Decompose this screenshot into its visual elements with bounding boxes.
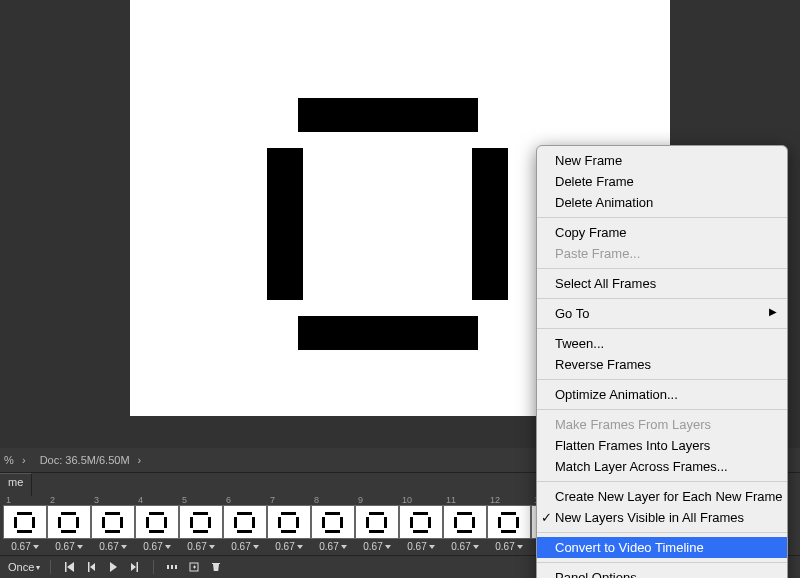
new-frame-button[interactable] [186, 559, 202, 575]
frame-thumb[interactable]: 50.67 [180, 495, 222, 552]
frame-number: 3 [92, 495, 99, 505]
svg-rect-1 [171, 565, 173, 569]
frame-duration[interactable]: 0.67 [55, 541, 82, 552]
frame-duration[interactable]: 0.67 [495, 541, 522, 552]
frame-duration[interactable]: 0.67 [99, 541, 126, 552]
frame-thumbnail [91, 505, 135, 539]
frame-number: 5 [180, 495, 187, 505]
menu-separator [537, 268, 787, 269]
frame-thumb[interactable]: 120.67 [488, 495, 530, 552]
menu-item-delete-animation[interactable]: Delete Animation [537, 192, 787, 213]
frame-number: 4 [136, 495, 143, 505]
frame-thumbnail [3, 505, 47, 539]
menu-separator [537, 379, 787, 380]
frame-thumbnail [399, 505, 443, 539]
frame-thumb[interactable]: 40.67 [136, 495, 178, 552]
frame-thumb[interactable]: 60.67 [224, 495, 266, 552]
menu-separator [537, 298, 787, 299]
frame-number: 11 [444, 495, 456, 505]
svg-rect-2 [175, 565, 177, 569]
frame-thumb[interactable]: 20.67 [48, 495, 90, 552]
frame-duration[interactable]: 0.67 [11, 541, 38, 552]
shape-top [298, 98, 478, 132]
menu-item-new-layers-visible-in-all-frames[interactable]: New Layers Visible in All Frames [537, 507, 787, 528]
frame-thumbnail [47, 505, 91, 539]
frame-thumb[interactable]: 70.67 [268, 495, 310, 552]
frame-duration[interactable]: 0.67 [187, 541, 214, 552]
frame-thumbnail [267, 505, 311, 539]
menu-separator [537, 217, 787, 218]
separator [50, 560, 51, 574]
chevron-right-icon[interactable]: › [14, 454, 34, 466]
separator [153, 560, 154, 574]
frame-thumb[interactable]: 100.67 [400, 495, 442, 552]
menu-item-copy-frame[interactable]: Copy Frame [537, 222, 787, 243]
frame-duration[interactable]: 0.67 [319, 541, 346, 552]
menu-item-reverse-frames[interactable]: Reverse Frames [537, 354, 787, 375]
shape-right [472, 148, 508, 300]
frame-thumb[interactable]: 110.67 [444, 495, 486, 552]
frame-duration[interactable]: 0.67 [143, 541, 170, 552]
menu-separator [537, 409, 787, 410]
menu-item-convert-to-video-timeline[interactable]: Convert to Video Timeline [537, 537, 787, 558]
menu-separator [537, 481, 787, 482]
frame-duration[interactable]: 0.67 [407, 541, 434, 552]
next-frame-button[interactable] [127, 559, 143, 575]
first-frame-button[interactable] [61, 559, 77, 575]
frame-number: 1 [4, 495, 11, 505]
tween-button[interactable] [164, 559, 180, 575]
menu-separator [537, 532, 787, 533]
menu-item-tween[interactable]: Tween... [537, 333, 787, 354]
frame-number: 10 [400, 495, 412, 505]
frame-thumbnail [443, 505, 487, 539]
frame-number: 9 [356, 495, 363, 505]
frame-duration[interactable]: 0.67 [231, 541, 258, 552]
frame-thumbnail [487, 505, 531, 539]
menu-item-match-layer-across-frames[interactable]: Match Layer Across Frames... [537, 456, 787, 477]
chevron-right-icon[interactable]: › [130, 454, 150, 466]
menu-item-make-frames-from-layers: Make Frames From Layers [537, 414, 787, 435]
chevron-down-icon: ▾ [36, 563, 40, 572]
prev-frame-button[interactable] [83, 559, 99, 575]
frame-thumb[interactable]: 90.67 [356, 495, 398, 552]
frame-number: 2 [48, 495, 55, 505]
delete-frame-button[interactable] [208, 559, 224, 575]
menu-item-create-new-layer-for-each-new-frame[interactable]: Create New Layer for Each New Frame [537, 486, 787, 507]
frame-duration[interactable]: 0.67 [363, 541, 390, 552]
frame-number: 6 [224, 495, 231, 505]
frame-number: 12 [488, 495, 500, 505]
timeline-tab[interactable]: me [0, 473, 32, 496]
frame-duration[interactable]: 0.67 [275, 541, 302, 552]
menu-item-select-all-frames[interactable]: Select All Frames [537, 273, 787, 294]
menu-item-go-to[interactable]: Go To [537, 303, 787, 324]
loop-mode-button[interactable]: Once ▾ [8, 561, 40, 573]
frame-duration[interactable]: 0.67 [451, 541, 478, 552]
frame-thumb[interactable]: 30.67 [92, 495, 134, 552]
frame-thumbnail [311, 505, 355, 539]
frame-thumb[interactable]: 10.67 [4, 495, 46, 552]
menu-item-paste-frame: Paste Frame... [537, 243, 787, 264]
menu-separator [537, 562, 787, 563]
frame-number: 7 [268, 495, 275, 505]
frame-thumbnail [135, 505, 179, 539]
play-button[interactable] [105, 559, 121, 575]
frame-thumb[interactable]: 80.67 [312, 495, 354, 552]
menu-item-flatten-frames-into-layers[interactable]: Flatten Frames Into Layers [537, 435, 787, 456]
menu-item-delete-frame[interactable]: Delete Frame [537, 171, 787, 192]
timeline-flyout-menu: New FrameDelete FrameDelete AnimationCop… [536, 145, 788, 578]
frame-number: 8 [312, 495, 319, 505]
frame-thumbnail [179, 505, 223, 539]
frame-thumbnail [355, 505, 399, 539]
menu-separator [537, 328, 787, 329]
shape-left [267, 148, 303, 300]
shape-bottom [298, 316, 478, 350]
svg-rect-0 [167, 565, 169, 569]
loop-mode-label: Once [8, 561, 34, 573]
menu-item-optimize-animation[interactable]: Optimize Animation... [537, 384, 787, 405]
menu-item-panel-options[interactable]: Panel Options... [537, 567, 787, 578]
frame-thumbnail [223, 505, 267, 539]
zoom-percent[interactable]: % [0, 454, 14, 466]
doc-size-label: Doc: 36.5M/6.50M [34, 454, 130, 466]
menu-item-new-frame[interactable]: New Frame [537, 150, 787, 171]
